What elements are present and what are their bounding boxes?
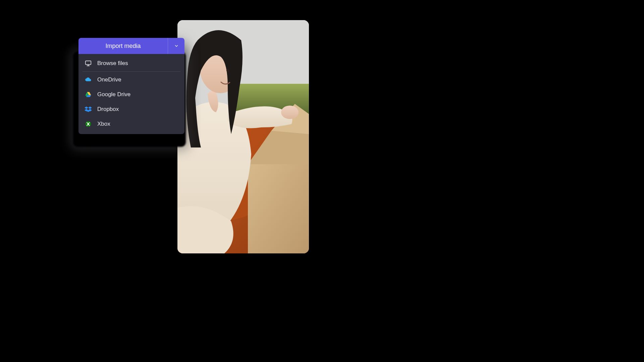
import-media-label: Import media — [105, 43, 141, 50]
xbox-icon — [85, 120, 92, 128]
menu-item-dropbox[interactable]: Dropbox — [78, 102, 184, 117]
menu-item-label: Browse files — [97, 60, 128, 67]
import-media-chevron-button[interactable] — [168, 38, 184, 54]
svg-point-7 — [281, 106, 299, 119]
import-media-dropdown: Import media Browse files — [78, 38, 184, 134]
menu-item-label: Dropbox — [97, 106, 119, 113]
gdrive-icon — [85, 91, 92, 98]
svg-rect-10 — [86, 61, 91, 65]
svg-marker-17 — [88, 107, 92, 109]
menu-item-onedrive[interactable]: OneDrive — [78, 72, 184, 87]
onedrive-icon — [85, 76, 92, 83]
import-media-button[interactable]: Import media — [78, 38, 168, 54]
svg-point-9 — [226, 69, 229, 72]
menu-item-google-drive[interactable]: Google Drive — [78, 87, 184, 102]
menu-item-label: OneDrive — [97, 76, 121, 83]
media-preview-thumbnail — [177, 20, 309, 253]
menu-item-xbox[interactable]: Xbox — [78, 117, 184, 131]
monitor-icon — [85, 60, 92, 67]
dropbox-icon — [85, 106, 92, 113]
svg-marker-16 — [85, 107, 88, 109]
menu-item-label: Xbox — [97, 121, 110, 127]
menu-divider — [83, 71, 180, 72]
preview-illustration — [177, 20, 309, 253]
svg-rect-4 — [248, 164, 309, 253]
menu-item-label: Google Drive — [97, 91, 130, 98]
menu-item-browse-files[interactable]: Browse files — [78, 56, 184, 71]
import-sources-menu: Browse files OneDrive — [78, 54, 184, 134]
chevron-down-icon — [174, 44, 179, 48]
